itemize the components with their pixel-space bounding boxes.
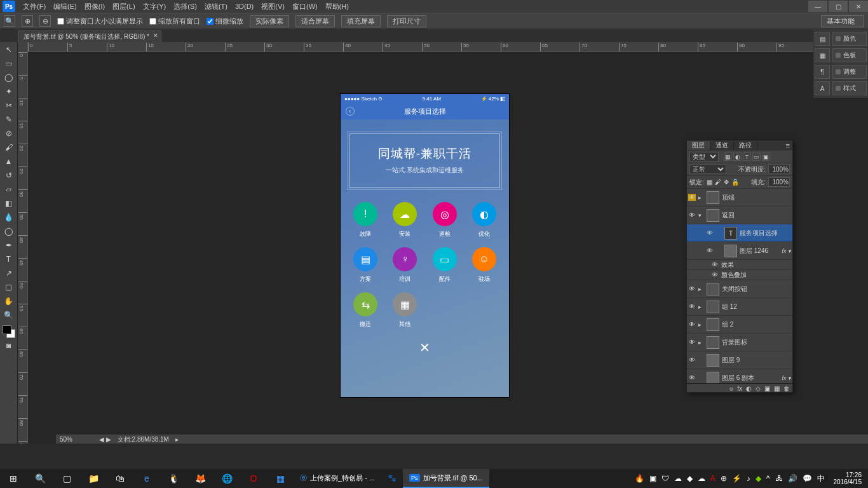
delete-layer-icon[interactable]: 🗑 [783,385,790,392]
workspace-dropdown[interactable]: 基本功能 [821,15,864,27]
layer-row[interactable]: 👁效果 [687,260,792,270]
menu-window[interactable]: 窗口(W) [288,2,322,11]
taskbar-app-ie[interactable]: ⓔ上传案例_特创易 - ... [294,469,381,488]
filter-type-icon[interactable]: T [743,152,751,161]
visibility-icon[interactable]: 👁 [706,247,714,254]
scrubby-zoom-checkbox[interactable]: 细微缩放 [207,17,243,26]
layer-fx-icon[interactable]: fx [737,385,742,392]
eyedropper-tool-icon[interactable]: ✎ [2,113,16,126]
status-arrow-icon[interactable]: ▸ [175,436,179,443]
expand-icon[interactable]: ▸ [698,194,704,201]
edge-icon[interactable]: e [133,469,160,488]
menu-3d[interactable]: 3D(D) [231,3,257,10]
tray-up-icon[interactable]: ^ [766,474,770,483]
app-icon-1[interactable]: 🐧 [160,469,187,488]
layer-row[interactable]: 👁图层 9 [687,351,792,369]
path-tool-icon[interactable]: ↗ [2,267,16,280]
panel-icon-3[interactable]: ¶ [815,65,830,79]
fx-badge[interactable]: fx ▾ [782,248,791,254]
document-tab[interactable]: 加号背景.tif @ 50% (服务项目选择, RGB/8) * ✕ [18,30,161,42]
menu-type[interactable]: 文字(Y) [139,2,170,11]
filter-pixel-icon[interactable]: ▦ [724,152,732,161]
layer-row[interactable]: 👁图层 1246fx ▾ [687,242,792,260]
zoom-all-checkbox[interactable]: 缩放所有窗口 [149,17,200,26]
menu-image[interactable]: 图像(I) [81,2,109,11]
start-button[interactable]: ⊞ [0,469,27,488]
layer-row[interactable]: 👁颜色叠加 [687,270,792,280]
fill-screen-button[interactable]: 填充屏幕 [341,15,381,27]
visibility-icon[interactable]: 👁 [688,194,696,201]
visibility-icon[interactable]: 👁 [688,285,696,292]
pen-tool-icon[interactable]: ✒ [2,239,16,252]
close-tab-icon[interactable]: ✕ [153,32,158,39]
fit-screen-button[interactable]: 适合屏幕 [295,15,335,27]
tray-icon-6[interactable]: ☁ [698,474,705,483]
history-brush-icon[interactable]: ↺ [2,169,16,182]
tray-icon-3[interactable]: 🛡 [661,474,669,483]
adjustment-layer-icon[interactable]: ◇ [756,385,761,392]
layer-row[interactable]: 👁T服务项目选择 [687,224,792,242]
zoom-tool-icon[interactable]: 🔍 [4,15,15,27]
tray-icon-4[interactable]: ☁ [674,474,682,483]
zoom-in-icon[interactable]: ⊕ [22,15,33,27]
tray-icon-10[interactable]: ♪ [747,474,750,483]
expand-icon[interactable]: ▸ [698,339,704,346]
visibility-icon[interactable]: 👁 [688,339,696,346]
tray-icon-7[interactable]: A [710,474,715,483]
lock-trans-icon[interactable]: ▦ [707,179,712,186]
dodge-tool-icon[interactable]: ◯ [2,225,16,238]
layer-kind-filter[interactable]: 类型 [689,152,719,161]
layer-row[interactable]: 👁▾返回 [687,207,792,224]
layer-row[interactable]: 👁▸关闭按钮 [687,280,792,298]
visibility-icon[interactable]: 👁 [711,271,719,278]
tab-channels[interactable]: 通道 [710,141,734,150]
expand-icon[interactable]: ▾ [698,212,704,219]
lock-paint-icon[interactable]: 🖌 [715,179,721,186]
search-icon[interactable]: 🔍 [27,469,53,488]
panel-adjust[interactable]: 调整 [832,65,867,79]
taskbar-app-unknown[interactable]: 🐾 [381,469,403,488]
window-minimize[interactable]: — [808,1,827,12]
type-tool-icon[interactable]: T [2,253,16,266]
filter-shape-icon[interactable]: ▭ [752,152,761,161]
link-layers-icon[interactable]: ⌾ [729,385,733,392]
layer-row[interactable]: 👁▸背景图标 [687,334,792,351]
gradient-tool-icon[interactable]: ◧ [2,197,16,210]
explorer-icon[interactable]: 📁 [80,469,107,488]
blend-mode-select[interactable]: 正常 [689,165,726,174]
tray-icon-11[interactable]: ◆ [756,474,761,483]
move-tool-icon[interactable]: ↖ [2,43,16,56]
visibility-icon[interactable]: 👁 [688,321,696,328]
tray-icon-5[interactable]: ◆ [687,474,693,483]
menu-layer[interactable]: 图层(L) [109,2,139,11]
tray-icon-2[interactable]: ▣ [649,474,656,483]
tray-volume-icon[interactable]: 🔊 [788,474,797,483]
expand-icon[interactable]: ▸ [698,286,704,292]
firefox-icon[interactable]: 🦊 [187,469,214,488]
expand-icon[interactable]: ▸ [698,322,704,328]
marquee-tool-icon[interactable]: ▭ [2,57,16,70]
tray-icon-8[interactable]: ⊕ [721,474,727,483]
zoom-out-icon[interactable]: ⊖ [39,15,51,27]
fill-input[interactable] [768,177,790,187]
tab-layers[interactable]: 图层 [687,141,710,150]
menu-file[interactable]: 文件(F) [19,2,50,11]
menu-select[interactable]: 选择(S) [170,2,201,11]
expand-icon[interactable]: ▸ [698,304,704,310]
healing-tool-icon[interactable]: ⊘ [2,127,16,140]
visibility-icon[interactable]: 👁 [688,356,696,363]
filter-smart-icon[interactable]: ▣ [762,152,770,161]
panel-swatches[interactable]: 色板 [832,48,867,62]
shape-tool-icon[interactable]: ▢ [2,281,16,294]
resize-window-checkbox[interactable]: 调整窗口大小以满屏显示 [57,17,143,26]
layer-row[interactable]: 👁图层 6 副本fx ▾ [687,369,792,383]
opacity-input[interactable] [768,165,790,174]
scrubber-icon[interactable]: ◀ ▶ [99,436,111,443]
tray-notif-icon[interactable]: 💬 [803,474,812,483]
new-layer-icon[interactable]: ▦ [774,385,780,392]
layer-mask-icon[interactable]: ◐ [746,385,752,392]
lasso-tool-icon[interactable]: ◯ [2,71,16,84]
opera-icon[interactable]: O [240,469,267,488]
panel-icon-4[interactable]: A [815,81,830,95]
fx-badge[interactable]: fx ▾ [782,375,791,381]
